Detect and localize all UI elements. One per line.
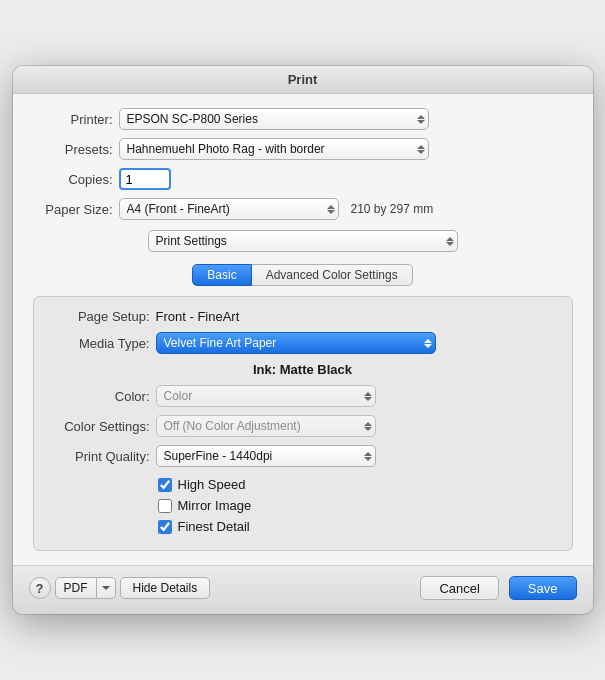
page-setup-row: Page Setup: Front - FineArt	[50, 309, 556, 324]
print-quality-select-wrapper[interactable]: SuperFine - 1440dpi	[156, 445, 376, 467]
checkbox-group: High Speed Mirror Image Finest Detail	[158, 477, 556, 534]
paper-size-label: Paper Size:	[33, 202, 113, 217]
tab-basic[interactable]: Basic	[192, 264, 251, 286]
footer-right: Cancel Save	[420, 576, 576, 600]
page-setup-value: Front - FineArt	[156, 309, 240, 324]
mirror-image-label: Mirror Image	[178, 498, 252, 513]
page-setup-label: Page Setup:	[50, 309, 150, 324]
pdf-button[interactable]: PDF	[55, 577, 97, 599]
finest-detail-label: Finest Detail	[178, 519, 250, 534]
main-content: Printer: EPSON SC-P800 Series Presets: H…	[13, 94, 593, 565]
presets-label: Presets:	[33, 142, 113, 157]
high-speed-checkbox-item[interactable]: High Speed	[158, 477, 246, 492]
color-settings-select[interactable]: Off (No Color Adjustment)	[156, 415, 376, 437]
save-button[interactable]: Save	[509, 576, 577, 600]
titlebar: Print	[13, 66, 593, 94]
color-settings-label: Color Settings:	[50, 419, 150, 434]
printer-select[interactable]: EPSON SC-P800 Series	[119, 108, 429, 130]
color-label: Color:	[50, 389, 150, 404]
pdf-wrapper: PDF	[55, 577, 116, 599]
printer-select-wrapper[interactable]: EPSON SC-P800 Series	[119, 108, 429, 130]
copies-label: Copies:	[33, 172, 113, 187]
pdf-dropdown-button[interactable]	[97, 577, 116, 599]
paper-size-select[interactable]: A4 (Front - FineArt)	[119, 198, 339, 220]
paper-size-select-wrapper[interactable]: A4 (Front - FineArt)	[119, 198, 339, 220]
color-settings-row: Color Settings: Off (No Color Adjustment…	[50, 415, 556, 437]
hide-details-button[interactable]: Hide Details	[120, 577, 211, 599]
media-type-select-wrapper[interactable]: Velvet Fine Art Paper	[156, 332, 436, 354]
settings-panel: Page Setup: Front - FineArt Media Type: …	[33, 296, 573, 551]
section-select-row: Print Settings	[33, 230, 573, 252]
footer: ? PDF Hide Details Cancel Save	[13, 565, 593, 614]
mirror-image-checkbox-item[interactable]: Mirror Image	[158, 498, 252, 513]
media-type-select[interactable]: Velvet Fine Art Paper	[156, 332, 436, 354]
high-speed-label: High Speed	[178, 477, 246, 492]
ink-label: Ink:	[253, 362, 276, 377]
copies-row: Copies:	[33, 168, 573, 190]
presets-select-wrapper[interactable]: Hahnemuehl Photo Rag - with border	[119, 138, 429, 160]
color-select[interactable]: Color	[156, 385, 376, 407]
finest-detail-checkbox-item[interactable]: Finest Detail	[158, 519, 250, 534]
print-quality-select[interactable]: SuperFine - 1440dpi	[156, 445, 376, 467]
section-select[interactable]: Print Settings	[148, 230, 458, 252]
paper-size-dims: 210 by 297 mm	[351, 202, 434, 216]
media-type-row: Media Type: Velvet Fine Art Paper	[50, 332, 556, 354]
color-row: Color: Color	[50, 385, 556, 407]
high-speed-checkbox[interactable]	[158, 478, 172, 492]
tab-bar: Basic Advanced Color Settings	[33, 264, 573, 286]
help-button[interactable]: ?	[29, 577, 51, 599]
print-dialog: Print Printer: EPSON SC-P800 Series Pres…	[13, 66, 593, 614]
printer-row: Printer: EPSON SC-P800 Series	[33, 108, 573, 130]
finest-detail-checkbox[interactable]	[158, 520, 172, 534]
color-select-wrapper[interactable]: Color	[156, 385, 376, 407]
ink-value: Matte Black	[280, 362, 352, 377]
cancel-button[interactable]: Cancel	[420, 576, 498, 600]
pdf-dropdown-arrow-icon	[102, 586, 110, 590]
presets-select[interactable]: Hahnemuehl Photo Rag - with border	[119, 138, 429, 160]
presets-row: Presets: Hahnemuehl Photo Rag - with bor…	[33, 138, 573, 160]
ink-row: Ink: Matte Black	[50, 362, 556, 377]
media-type-label: Media Type:	[50, 336, 150, 351]
window-title: Print	[288, 72, 318, 87]
paper-size-row: Paper Size: A4 (Front - FineArt) 210 by …	[33, 198, 573, 220]
color-settings-select-wrapper[interactable]: Off (No Color Adjustment)	[156, 415, 376, 437]
section-select-wrapper[interactable]: Print Settings	[148, 230, 458, 252]
print-quality-label: Print Quality:	[50, 449, 150, 464]
print-quality-row: Print Quality: SuperFine - 1440dpi	[50, 445, 556, 467]
tab-advanced-color[interactable]: Advanced Color Settings	[252, 264, 413, 286]
footer-left: ? PDF Hide Details	[29, 577, 211, 599]
printer-label: Printer:	[33, 112, 113, 127]
copies-input[interactable]	[119, 168, 171, 190]
mirror-image-checkbox[interactable]	[158, 499, 172, 513]
